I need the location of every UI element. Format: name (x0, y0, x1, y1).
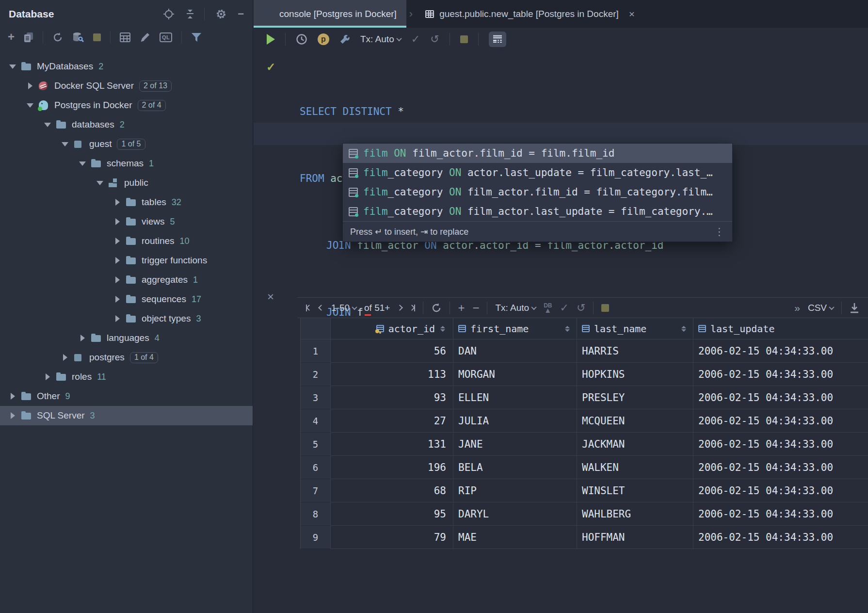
tree-item-sql-server[interactable]: SQL Server 3 (0, 406, 253, 425)
cell-last-name[interactable]: WINSLET (577, 479, 693, 502)
refresh-icon[interactable] (52, 32, 63, 43)
cell-actor-id[interactable]: 196 (331, 456, 453, 479)
chevron-right-icon[interactable] (113, 199, 122, 206)
add-datasource-icon[interactable]: + (8, 30, 15, 44)
cell-first-name[interactable]: JANE (453, 433, 577, 455)
cell-last-update[interactable]: 2006-02-15 04:34:33.00 (693, 363, 868, 386)
cell-last-name[interactable]: HOFFMAN (577, 526, 693, 548)
cell-first-name[interactable]: DARYL (453, 502, 577, 525)
completion-item[interactable]: film_category ON film_actor.film_id = fi… (343, 182, 732, 202)
filter-icon[interactable] (191, 32, 202, 42)
tree-item-other[interactable]: Other 9 (0, 387, 253, 406)
commit-icon[interactable]: ✓ (560, 302, 568, 314)
chevron-right-icon[interactable] (43, 373, 52, 380)
tree-item-guest[interactable]: guest 1 of 5 (0, 134, 253, 154)
row-number[interactable]: 6 (301, 456, 331, 479)
toggle-results-icon[interactable] (489, 32, 506, 47)
cell-first-name[interactable]: ELLEN (453, 386, 577, 409)
sort-icon[interactable] (565, 326, 570, 332)
cell-actor-id[interactable]: 56 (331, 339, 453, 362)
cell-actor-id[interactable]: 113 (331, 363, 453, 386)
row-number[interactable]: 9 (301, 526, 331, 549)
close-icon[interactable]: × (629, 8, 635, 20)
cell-actor-id[interactable]: 27 (331, 409, 453, 432)
sort-icon[interactable] (440, 326, 445, 332)
data-source-properties-icon[interactable] (72, 32, 84, 43)
tree-item-tables[interactable]: tables 32 (0, 193, 253, 212)
close-results-icon[interactable]: × (267, 290, 274, 304)
tx-mode-select[interactable]: Tx: Auto (360, 34, 401, 45)
next-page-icon[interactable] (398, 306, 402, 310)
history-icon[interactable] (296, 33, 307, 45)
chevron-right-icon[interactable] (113, 296, 122, 303)
tree-item-schemas[interactable]: schemas 1 (0, 154, 253, 173)
cell-last-name[interactable]: WAHLBERG (577, 502, 693, 525)
run-icon[interactable] (267, 34, 275, 45)
completion-item[interactable]: film_category ON actor.last_update = fil… (343, 163, 732, 182)
tree-item-mydatabases[interactable]: MyDatabases 2 (0, 57, 253, 76)
tree-item-sequences[interactable]: sequences 17 (0, 290, 253, 309)
cell-last-name[interactable]: HARRIS (577, 339, 693, 362)
tree-item-databases[interactable]: databases 2 (0, 115, 253, 134)
chevron-right-icon[interactable] (113, 218, 122, 225)
cell-first-name[interactable]: MAE (453, 526, 577, 548)
cell-last-update[interactable]: 2006-02-15 04:34:33.00 (693, 526, 868, 548)
jump-to-console-icon[interactable]: QL (160, 32, 172, 42)
tree-item-postgres-db[interactable]: postgres 1 of 4 (0, 348, 253, 367)
add-row-icon[interactable]: + (458, 301, 465, 315)
tab-new-table[interactable]: guest.public.new_table [Postgres in Dock… (416, 0, 644, 28)
page-range-select[interactable]: 1-50 (331, 303, 356, 313)
chevron-right-icon[interactable] (78, 335, 87, 341)
stop-icon[interactable] (93, 33, 101, 41)
tree-item-trigger-functions[interactable]: trigger functions (0, 251, 253, 270)
cell-first-name[interactable]: MORGAN (453, 363, 577, 386)
edit-icon[interactable] (140, 32, 150, 43)
more-actions-icon[interactable]: » (794, 302, 800, 314)
kebab-menu-icon[interactable]: ⋮ (714, 226, 725, 238)
commit-icon[interactable]: ✓ (411, 33, 420, 46)
gear-icon[interactable] (215, 8, 227, 20)
tree-item-postgres-in-docker[interactable]: Postgres in Docker 2 of 4 (0, 96, 253, 115)
tree-item-aggregates[interactable]: aggregates 1 (0, 270, 253, 290)
sort-icon[interactable] (681, 326, 686, 332)
reload-data-icon[interactable] (431, 303, 442, 313)
stop-icon[interactable] (601, 304, 609, 312)
chevron-right-icon[interactable] (113, 257, 122, 264)
tree-item-languages[interactable]: languages 4 (0, 328, 253, 348)
cell-last-update[interactable]: 2006-02-15 04:34:33.00 (693, 433, 868, 455)
cell-last-update[interactable]: 2006-02-15 04:34:33.00 (693, 479, 868, 502)
chevron-right-icon[interactable] (113, 238, 122, 244)
cell-actor-id[interactable]: 68 (331, 479, 453, 502)
cell-last-update[interactable]: 2006-02-15 04:34:33.00 (693, 386, 868, 409)
rollback-icon[interactable]: ↺ (430, 33, 439, 46)
tree-item-public[interactable]: public (0, 173, 253, 193)
completion-item[interactable]: film_category ON film_actor.last_update … (343, 202, 732, 221)
export-format-select[interactable]: CSV (808, 303, 834, 313)
last-page-icon[interactable] (410, 305, 415, 311)
row-number[interactable]: 8 (301, 502, 331, 526)
cell-last-name[interactable]: PRESLEY (577, 386, 693, 409)
chevron-right-icon[interactable] (113, 315, 122, 322)
column-header-actor-id[interactable]: actor_id (331, 318, 453, 339)
cell-last-name[interactable]: WALKEN (577, 456, 693, 479)
chevron-right-icon[interactable] (8, 393, 17, 400)
chevron-right-icon[interactable] (8, 412, 17, 419)
chevron-down-icon[interactable] (95, 181, 105, 185)
cell-actor-id[interactable]: 131 (331, 433, 453, 455)
download-icon[interactable] (850, 303, 859, 313)
submit-to-db-icon[interactable]: DB▲ (544, 303, 552, 313)
cell-first-name[interactable]: BELA (453, 456, 577, 479)
chevron-down-icon[interactable] (78, 161, 87, 166)
column-header-last-name[interactable]: last_name (577, 318, 693, 339)
first-page-icon[interactable] (306, 305, 311, 311)
cell-last-update[interactable]: 2006-02-15 04:34:33.00 (693, 339, 868, 362)
completion-item[interactable]: film ON film_actor.film_id = film.film_i… (343, 144, 732, 163)
tx-mode-select[interactable]: Tx: Auto (495, 303, 536, 313)
tree-item-object-types[interactable]: object types 3 (0, 309, 253, 328)
cell-first-name[interactable]: RIP (453, 479, 577, 502)
cell-last-update[interactable]: 2006-02-15 04:34:33.00 (693, 456, 868, 479)
row-number[interactable]: 3 (301, 386, 331, 409)
wrench-icon[interactable] (339, 34, 350, 45)
cell-last-name[interactable]: JACKMAN (577, 433, 693, 455)
row-number[interactable]: 5 (301, 433, 331, 456)
